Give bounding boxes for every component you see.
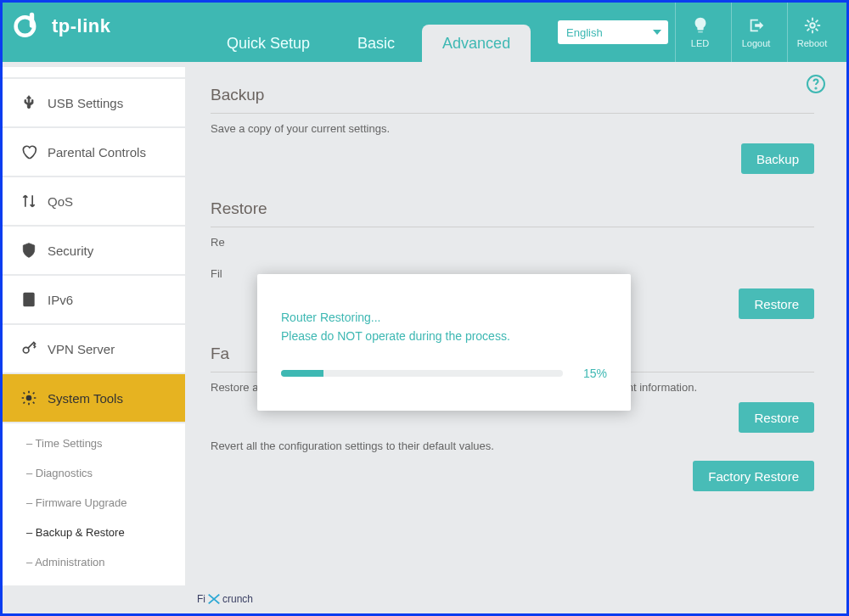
help-icon <box>806 74 826 94</box>
logout-icon <box>747 16 766 35</box>
doc-icon <box>20 291 37 308</box>
sidebar-item-vpn[interactable]: VPN Server <box>3 325 185 372</box>
svg-line-8 <box>815 29 818 31</box>
subitem-backup-restore[interactable]: – Backup & Restore <box>3 518 185 547</box>
sidebar-submenu: – Time Settings – Diagnostics – Firmware… <box>3 423 185 585</box>
gear-icon <box>20 389 37 406</box>
led-button[interactable]: LED <box>675 3 724 62</box>
svg-line-7 <box>807 20 809 23</box>
qos-icon <box>20 193 37 210</box>
modal-line1: Router Restoring... <box>281 308 607 327</box>
restore-button[interactable]: Restore <box>739 288 814 319</box>
svg-rect-1 <box>30 13 34 28</box>
subitem-administration[interactable]: – Administration <box>3 547 185 577</box>
heart-icon <box>20 143 37 160</box>
sidebar: USB Settings Parental Controls QoS Secur… <box>3 62 185 613</box>
header-bar: tp-link Quick Setup Basic Advanced Engli… <box>3 3 846 62</box>
svg-point-14 <box>23 347 29 353</box>
sidebar-item-system-tools[interactable]: System Tools <box>3 374 185 422</box>
sidebar-item-security[interactable]: Security <box>3 227 185 274</box>
factory-desc-2: Revert all the configuration settings to… <box>211 440 814 452</box>
tab-basic[interactable]: Basic <box>337 25 415 62</box>
section-backup: Backup Save a copy of your current setti… <box>211 82 814 174</box>
svg-point-17 <box>815 87 816 88</box>
reboot-button[interactable]: Reboot <box>787 3 836 62</box>
help-button[interactable] <box>806 74 826 98</box>
modal-line2: Please do NOT operate during the process… <box>281 327 607 345</box>
subitem-time-settings[interactable]: – Time Settings <box>3 428 185 458</box>
tp-link-mark-icon <box>13 11 43 42</box>
brand-logo: tp-link <box>13 11 111 42</box>
shield-icon <box>20 242 37 259</box>
svg-line-9 <box>807 29 809 31</box>
watermark: Fi crunch <box>197 591 253 607</box>
subitem-diagnostics[interactable]: – Diagnostics <box>3 458 185 488</box>
factory-restore-keep-button[interactable]: Restore <box>739 402 814 433</box>
backup-button[interactable]: Backup <box>741 143 814 174</box>
svg-line-10 <box>815 20 818 23</box>
x-icon <box>206 591 222 607</box>
main-tabs: Quick Setup Basic Advanced <box>206 3 531 62</box>
section-title-restore: Restore <box>211 196 814 227</box>
progress-fill <box>281 370 323 377</box>
reboot-icon <box>803 16 822 35</box>
sidebar-item-ipv6[interactable]: IPv6 <box>3 276 185 323</box>
restore-row-1: Re <box>211 236 814 249</box>
progress-bar <box>281 370 563 377</box>
sidebar-item-parental[interactable]: Parental Controls <box>3 128 185 176</box>
progress-percent: 15% <box>575 367 607 380</box>
tab-quick-setup[interactable]: Quick Setup <box>206 25 330 62</box>
subitem-firmware[interactable]: – Firmware Upgrade <box>3 488 185 518</box>
brand-name: tp-link <box>52 15 111 37</box>
svg-point-15 <box>27 396 31 400</box>
usb-icon <box>20 94 37 111</box>
sidebar-item-usb[interactable]: USB Settings <box>3 79 185 126</box>
section-title-backup: Backup <box>211 82 814 114</box>
factory-restore-button[interactable]: Factory Restore <box>693 461 814 491</box>
key-icon <box>20 340 37 357</box>
language-select[interactable]: English <box>558 20 668 44</box>
svg-point-2 <box>810 23 815 28</box>
bulb-icon <box>691 16 710 35</box>
sidebar-item-qos[interactable]: QoS <box>3 177 185 225</box>
logout-button[interactable]: Logout <box>731 3 780 62</box>
backup-desc: Save a copy of your current settings. <box>211 122 814 135</box>
restore-progress-modal: Router Restoring... Please do NOT operat… <box>257 274 631 411</box>
tab-advanced[interactable]: Advanced <box>422 25 531 62</box>
